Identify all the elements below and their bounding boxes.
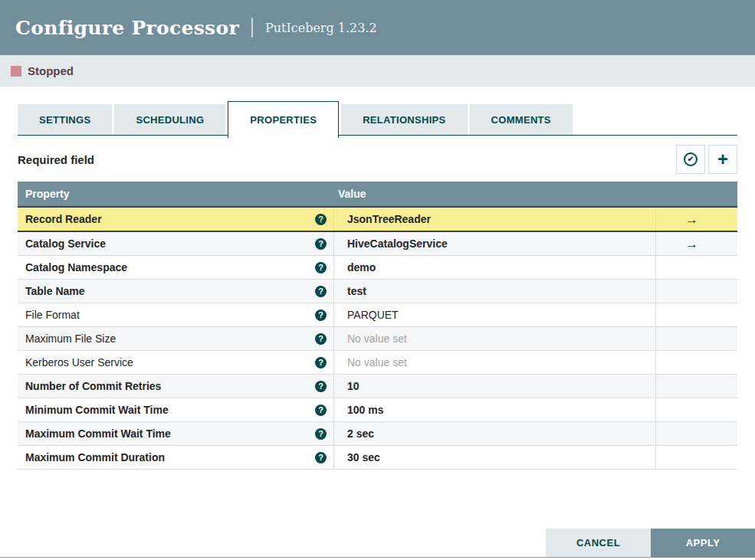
property-cell: Record Reader ?: [18, 208, 333, 231]
property-cell: Minimum Commit Wait Time ?: [18, 398, 333, 421]
property-name: Kerberos User Service: [25, 356, 133, 368]
property-cell: File Format ?: [18, 303, 333, 326]
dialog-bottom-edge: [0, 557, 755, 558]
goto-cell: [655, 256, 737, 279]
dialog-footer: CANCEL APPLY: [546, 529, 755, 557]
property-cell: Catalog Service ?: [18, 232, 333, 255]
table-row: Kerberos User Service ? No value set: [18, 351, 737, 375]
property-cell: Number of Commit Retries ?: [18, 375, 333, 398]
cancel-button[interactable]: CANCEL: [546, 529, 651, 557]
tab-label: SETTINGS: [39, 114, 90, 126]
value-cell[interactable]: 100 ms: [333, 398, 655, 421]
processor-type-version: PutIceberg 1.23.2: [265, 21, 377, 35]
value-cell[interactable]: No value set: [333, 351, 655, 374]
help-icon[interactable]: ?: [315, 404, 327, 416]
value-cell[interactable]: demo: [333, 256, 655, 279]
table-toolbar-row: Required field ✔ +: [18, 145, 737, 174]
tab-label: PROPERTIES: [250, 114, 317, 126]
table-row: Number of Commit Retries ? 10: [18, 375, 737, 398]
help-icon[interactable]: ?: [315, 333, 327, 345]
property-name: Minimum Commit Wait Time: [25, 404, 169, 416]
table-header: Property Value: [18, 182, 737, 206]
tab-comments[interactable]: COMMENTS: [470, 104, 573, 135]
property-cell: Maximum File Size ?: [18, 327, 333, 350]
help-icon[interactable]: ?: [315, 214, 327, 225]
property-name: Number of Commit Retries: [25, 380, 161, 392]
goto-cell: [655, 375, 737, 398]
properties-table: Property Value Record Reader ? JsonTreeR…: [18, 182, 737, 470]
help-icon[interactable]: ?: [315, 357, 327, 368]
property-toolbar: ✔ +: [676, 145, 737, 174]
dialog-title: Configure Processor: [15, 17, 239, 39]
property-name: Maximum Commit Wait Time: [25, 427, 171, 440]
value-cell[interactable]: No value set: [333, 327, 655, 350]
stopped-status-icon: [11, 66, 21, 77]
plus-icon: +: [717, 150, 728, 169]
goto-service-arrow-icon[interactable]: →: [685, 237, 698, 251]
property-name: Catalog Service: [25, 237, 106, 250]
table-body: Record Reader ? JsonTreeReader → Catalog…: [18, 206, 737, 470]
property-cell: Maximum Commit Wait Time ?: [18, 422, 333, 445]
title-separator: [251, 18, 253, 38]
status-label: Stopped: [28, 64, 74, 77]
table-row: Table Name ? test: [18, 280, 737, 303]
property-name: Table Name: [25, 285, 85, 297]
property-name: Record Reader: [25, 213, 102, 225]
property-name: File Format: [25, 309, 80, 321]
add-property-button[interactable]: +: [708, 145, 737, 174]
help-icon[interactable]: ?: [315, 286, 327, 297]
goto-cell: [655, 398, 737, 421]
tab-label: COMMENTS: [491, 114, 551, 126]
property-name: Catalog Namespace: [25, 261, 127, 273]
help-icon[interactable]: ?: [315, 309, 327, 321]
help-icon[interactable]: ?: [315, 452, 327, 463]
table-row: Minimum Commit Wait Time ? 100 ms: [18, 398, 737, 422]
help-icon[interactable]: ?: [315, 428, 327, 440]
column-header-value: Value: [333, 188, 655, 200]
help-icon[interactable]: ?: [315, 262, 327, 273]
table-row: Maximum Commit Wait Time ? 2 sec: [18, 422, 737, 446]
tab-label: SCHEDULING: [136, 114, 204, 126]
value-cell[interactable]: 10: [333, 375, 655, 398]
value-cell[interactable]: PARQUET: [333, 303, 655, 326]
column-header-property: Property: [18, 188, 333, 200]
property-cell: Kerberos User Service ?: [18, 351, 333, 374]
table-row: Catalog Namespace ? demo: [18, 256, 737, 280]
property-cell: Table Name ?: [18, 280, 333, 303]
table-row: Maximum File Size ? No value set: [18, 327, 737, 351]
tab-label: RELATIONSHIPS: [363, 114, 445, 126]
apply-button[interactable]: APPLY: [651, 529, 755, 557]
goto-cell: [655, 446, 737, 469]
table-row: Maximum Commit Duration ? 30 sec: [18, 446, 737, 470]
tab-settings[interactable]: SETTINGS: [18, 104, 112, 135]
property-cell: Maximum Commit Duration ?: [18, 446, 333, 469]
value-cell[interactable]: 2 sec: [333, 422, 655, 445]
value-cell[interactable]: test: [333, 280, 655, 303]
goto-cell: [655, 422, 737, 445]
value-cell[interactable]: HiveCatalogService: [333, 232, 655, 255]
goto-cell: [655, 303, 737, 326]
help-icon[interactable]: ?: [315, 381, 327, 392]
required-field-label: Required field: [18, 153, 94, 166]
table-row: Record Reader ? JsonTreeReader →: [18, 206, 737, 232]
goto-cell: →: [655, 232, 737, 255]
tab-relationships[interactable]: RELATIONSHIPS: [341, 104, 467, 135]
property-cell: Catalog Namespace ?: [18, 256, 333, 279]
verify-properties-button[interactable]: ✔: [676, 145, 705, 174]
goto-service-arrow-icon[interactable]: →: [685, 213, 698, 226]
table-row: File Format ? PARQUET: [18, 303, 737, 327]
tab-scheduling[interactable]: SCHEDULING: [114, 104, 225, 135]
value-cell[interactable]: JsonTreeReader: [333, 208, 655, 231]
tab-properties[interactable]: PROPERTIES: [228, 101, 339, 138]
value-cell[interactable]: 30 sec: [333, 446, 655, 469]
check-circle-icon: ✔: [684, 152, 698, 166]
goto-cell: [655, 351, 737, 374]
status-bar: Stopped: [0, 55, 755, 87]
goto-cell: →: [655, 208, 737, 231]
help-icon[interactable]: ?: [315, 238, 327, 250]
goto-cell: [655, 327, 737, 350]
goto-cell: [655, 280, 737, 303]
dialog-header: Configure Processor PutIceberg 1.23.2: [0, 0, 755, 55]
property-name: Maximum File Size: [25, 332, 116, 345]
table-row: Catalog Service ? HiveCatalogService →: [18, 232, 737, 256]
